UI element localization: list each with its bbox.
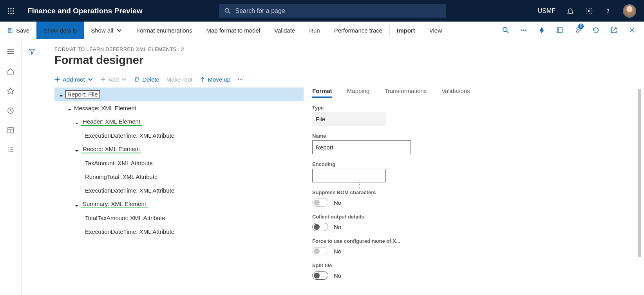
map-format-button[interactable]: Map format to model [199, 22, 268, 39]
tree-node[interactable]: ExecutionDateTime: XML Attribute [54, 225, 304, 239]
tab-format[interactable]: Format [312, 87, 332, 98]
global-search-input[interactable]: Search for a page [219, 4, 446, 18]
tab-validations[interactable]: Validations [441, 87, 470, 98]
run-button[interactable]: Run [302, 22, 327, 39]
delete-button[interactable]: Delete [134, 76, 159, 83]
show-details-button[interactable]: Show details [36, 22, 84, 39]
office-icon[interactable] [556, 27, 563, 34]
app-title: Finance and Operations Preview [27, 7, 143, 15]
plus-icon [100, 76, 106, 82]
add-root-button[interactable]: Add root [54, 76, 93, 83]
svg-point-18 [525, 30, 526, 31]
svg-point-14 [503, 27, 507, 32]
app-launcher-button[interactable] [0, 7, 22, 15]
tree-node[interactable]: Summary: XML Element [54, 197, 304, 211]
recent-icon[interactable] [7, 107, 14, 115]
save-button[interactable]: Save [0, 22, 36, 39]
force-toggle[interactable] [312, 247, 328, 255]
tree-node[interactable]: ExecutionDateTime: XML Attribute [54, 129, 304, 142]
svg-point-6 [8, 13, 9, 14]
format-tree: Report: FileMessage: XML ElementHeader: … [54, 87, 304, 295]
bom-toggle[interactable] [312, 198, 328, 207]
more-icon[interactable] [520, 27, 527, 34]
search-icon [224, 8, 231, 14]
collect-label: Collect output details [312, 214, 504, 220]
collect-toggle[interactable] [312, 223, 328, 231]
more-icon [237, 76, 243, 82]
user-avatar[interactable] [623, 4, 636, 18]
name-input[interactable] [312, 140, 411, 154]
workspace-icon[interactable] [7, 126, 14, 134]
refresh-icon[interactable] [592, 27, 599, 34]
svg-point-1 [10, 8, 11, 9]
import-button[interactable]: Import [390, 22, 422, 39]
action-bar-right: 0 [502, 22, 644, 39]
bell-icon[interactable] [566, 7, 574, 15]
tree-node-label: TotalTaxAmount: XML Attribute [85, 215, 165, 221]
svg-line-10 [228, 12, 230, 13]
tree-node[interactable]: Message: XML Element [54, 101, 304, 115]
performance-trace-button[interactable]: Performance trace [327, 22, 389, 39]
split-toggle[interactable] [312, 271, 328, 280]
waffle-icon [7, 7, 14, 15]
power-apps-icon[interactable] [538, 27, 545, 34]
tree-node[interactable]: RunningTotal: XML Attribute [54, 170, 304, 184]
tab-mapping[interactable]: Mapping [347, 87, 370, 98]
filter-icon[interactable] [29, 48, 36, 55]
svg-point-11 [588, 10, 590, 12]
svg-point-7 [10, 13, 11, 14]
help-icon[interactable] [604, 7, 612, 15]
page-title: Format designer [54, 54, 644, 67]
modules-icon[interactable] [7, 146, 14, 154]
legal-entity[interactable]: USMF [538, 7, 555, 15]
show-all-button[interactable]: Show all [84, 22, 129, 39]
scrollbar[interactable] [638, 89, 641, 257]
svg-point-9 [225, 8, 229, 12]
format-enumerations-button[interactable]: Format enumerations [129, 22, 199, 39]
svg-point-16 [521, 30, 522, 31]
svg-point-12 [608, 13, 608, 13]
close-icon[interactable] [628, 27, 635, 34]
popout-icon[interactable] [610, 27, 617, 34]
force-label: Force to use configured name of X... [312, 238, 504, 244]
tree-node[interactable]: Record: XML Element [54, 142, 304, 156]
tree-node[interactable]: TotalTaxAmount: XML Attribute [54, 211, 304, 225]
star-icon[interactable] [7, 87, 14, 95]
trash-icon [134, 76, 140, 82]
svg-point-0 [8, 8, 9, 9]
tree-node[interactable]: Report: File [54, 87, 304, 101]
home-icon[interactable] [7, 67, 14, 75]
svg-point-4 [10, 10, 11, 11]
svg-point-39 [242, 79, 242, 80]
svg-point-38 [240, 79, 241, 80]
top-bar-right: USMF [538, 4, 644, 18]
type-label: Type [312, 105, 504, 111]
chevron-down-icon [116, 27, 122, 33]
attachments-button[interactable]: 0 [574, 26, 581, 35]
tab-transformations[interactable]: Transformations [384, 87, 427, 98]
tree-node[interactable]: TaxAmount: XML Attribute [54, 156, 304, 170]
main: FORMAT TO LEARN DEFERRED XML ELEMENTS : … [0, 39, 644, 295]
type-value[interactable]: File [312, 112, 386, 126]
plus-icon [54, 76, 60, 82]
validate-button[interactable]: Validate [267, 22, 302, 39]
bom-label: Suppress BOM characters [312, 189, 504, 195]
left-rail [0, 39, 22, 295]
toolbar-more-button[interactable] [237, 76, 243, 82]
encoding-input[interactable] [312, 169, 386, 182]
hamburger-icon[interactable] [7, 48, 14, 56]
svg-rect-19 [557, 28, 563, 33]
add-button[interactable]: Add [100, 76, 127, 83]
tree-node-label: Record: XML Element [81, 145, 141, 153]
breadcrumb: FORMAT TO LEARN DEFERRED XML ELEMENTS : … [54, 46, 644, 52]
search-icon[interactable] [502, 27, 509, 34]
attachment-count-badge: 0 [578, 24, 584, 29]
collect-value: No [334, 224, 341, 230]
tree-node-label: Header: XML Element [81, 118, 142, 126]
move-up-button[interactable]: Move up [199, 76, 230, 83]
view-button[interactable]: View [422, 22, 449, 39]
make-root-button[interactable]: Make root [166, 76, 193, 83]
gear-icon[interactable] [585, 7, 593, 15]
tree-node[interactable]: ExecutionDateTime: XML Attribute [54, 184, 304, 197]
tree-node[interactable]: Header: XML Element [54, 115, 304, 129]
